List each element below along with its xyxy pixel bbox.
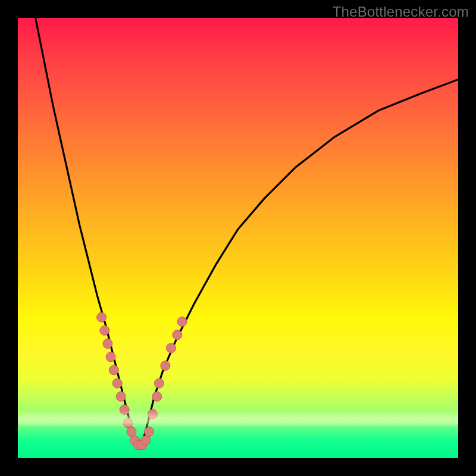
marker-dot bbox=[173, 330, 182, 340]
marker-dot bbox=[148, 409, 157, 419]
marker-dot bbox=[161, 361, 170, 371]
marker-dot bbox=[106, 352, 115, 362]
marker-dot bbox=[109, 365, 118, 375]
marker-dot bbox=[152, 392, 162, 401]
marker-dot bbox=[123, 418, 133, 428]
marker-dot bbox=[100, 325, 109, 335]
marker-dot bbox=[177, 317, 187, 327]
marker-dot bbox=[103, 339, 112, 349]
stage: TheBottlenecker.com bbox=[0, 0, 476, 476]
marker-dot bbox=[167, 343, 176, 353]
plot-area bbox=[18, 18, 458, 458]
marker-dot bbox=[116, 392, 126, 401]
marker-dot bbox=[145, 427, 154, 437]
marker-dot bbox=[120, 405, 129, 415]
marker-dot bbox=[141, 436, 151, 445]
marker-dot bbox=[127, 427, 136, 437]
marker-dot bbox=[97, 312, 107, 322]
chart-svg bbox=[18, 18, 458, 458]
marker-dot bbox=[112, 378, 122, 388]
bottleneck-curve bbox=[36, 18, 458, 445]
marker-dot bbox=[155, 378, 164, 388]
curve-markers bbox=[97, 312, 187, 450]
